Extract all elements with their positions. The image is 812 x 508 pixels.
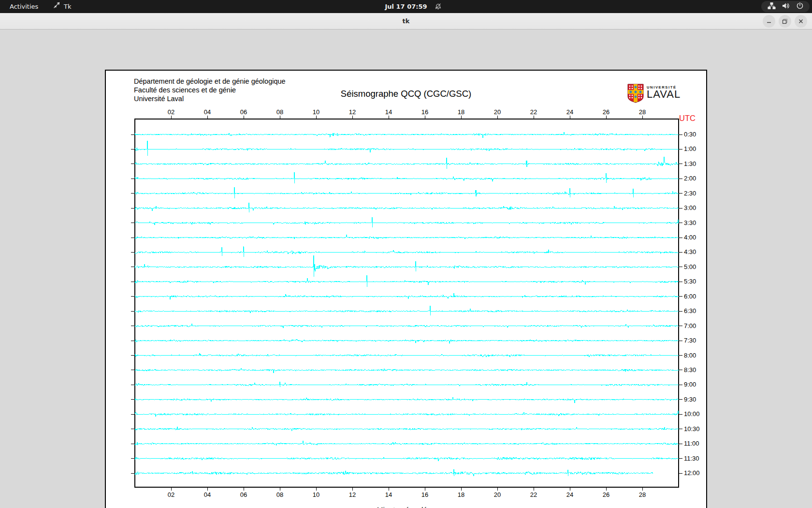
seismic-trace [135,275,679,286]
seismic-trace [135,397,679,403]
x-tick-label-top: 12 [345,108,360,116]
utc-row-label: 2:30 [684,190,696,197]
seismic-trace [135,141,679,155]
utc-row-label: 10:00 [684,410,700,418]
seismic-trace [135,203,679,212]
utc-row-label: 4:30 [684,248,696,255]
utc-row-label: 10:30 [684,425,700,433]
x-tick-label-bottom: 26 [599,491,613,498]
x-tick-label-top: 02 [164,108,178,116]
seismic-trace [135,217,679,227]
clock-button[interactable]: Jul 17 07:59 [0,0,812,13]
x-tick-label-top: 20 [490,108,505,116]
x-tick-label-bottom: 08 [273,491,287,498]
x-tick-label-top: 22 [526,108,541,116]
seismic-trace [135,187,679,198]
seismic-trace [135,172,679,183]
notifications-muted-bell-icon [435,3,442,12]
seismic-trace [135,293,679,299]
x-tick-label-top: 14 [381,108,396,116]
seismic-trace [135,411,679,417]
x-tick-label-bottom: 12 [345,491,360,498]
utc-row-label: 12:00 [684,469,700,477]
utc-row-label: 8:00 [684,352,696,359]
seismograph-canvas: Département de géologie et de génie géol… [105,70,707,508]
utc-row-label: 11:00 [684,440,699,447]
power-icon [796,2,804,11]
utc-row-label: 5:00 [684,263,696,270]
x-tick-label-top: 10 [309,108,323,116]
x-tick-label-top: 28 [635,108,650,116]
seismic-trace [135,353,679,357]
seismic-trace [135,306,679,315]
x-tick-label-top: 08 [273,108,287,116]
utc-row-label: 5:30 [684,278,696,285]
x-tick-label-top: 06 [236,108,251,116]
x-tick-label-bottom: 14 [381,491,396,498]
seismic-trace [135,382,679,387]
utc-row-label: 0:30 [684,131,696,138]
app-window-content: Département de géologie et de génie géol… [0,30,812,508]
x-tick-label-top: 04 [200,108,215,116]
utc-row-label: 1:00 [684,145,696,152]
seismic-trace [135,324,679,328]
x-tick-label-bottom: 20 [490,491,505,498]
desktop: { "top_bar": { "activities": "Activities… [0,0,812,508]
seismic-trace [135,340,679,344]
seismic-trace [135,469,653,476]
x-tick-label-top: 24 [563,108,577,116]
close-button[interactable] [795,15,807,28]
x-tick-label-bottom: 16 [418,491,432,498]
x-tick-label-bottom: 04 [200,491,215,498]
x-tick-label-bottom: 10 [309,491,323,498]
gnome-top-bar: Activities Tk Jul 17 07:59 [0,0,812,13]
seismic-trace [135,441,679,445]
window-title: tk [0,13,812,29]
utc-row-label: 7:00 [684,322,696,329]
utc-row-label: 8:30 [684,366,696,374]
x-tick-label-top: 18 [454,108,468,116]
utc-row-label: 1:30 [684,160,696,167]
maximize-button[interactable] [779,15,791,28]
utc-row-label: 3:00 [684,204,696,211]
utc-row-label: 2:00 [684,175,696,182]
x-tick-label-top: 26 [599,108,613,116]
seismic-trace [135,132,679,138]
system-status-pill[interactable] [761,1,810,12]
x-tick-label-bottom: 18 [454,491,468,498]
utc-row-label: 7:30 [684,337,696,344]
seismic-trace [135,157,679,169]
utc-row-label: 9:00 [684,381,696,388]
network-icon [768,2,776,11]
x-tick-label-top: 16 [418,108,432,116]
seismic-trace [135,427,679,431]
x-tick-label-bottom: 06 [236,491,251,498]
seismic-trace [135,457,679,461]
seismic-trace [135,247,679,257]
volume-icon [782,2,790,11]
seismograph-plot [106,71,706,508]
seismic-trace [135,235,679,239]
x-tick-label-bottom: 28 [635,491,650,498]
window-titlebar[interactable]: tk [0,13,812,30]
utc-row-label: 6:00 [684,293,696,300]
seismic-trace [135,368,679,373]
utc-row-label: 11:30 [684,455,699,462]
utc-row-label: 9:30 [684,396,696,403]
x-tick-label-bottom: 24 [563,491,577,498]
utc-row-label: 4:00 [684,234,696,241]
clock-text: Jul 17 07:59 [385,3,427,10]
minimize-button[interactable] [763,15,775,28]
utc-row-label: 3:30 [684,219,696,226]
x-tick-label-bottom: 22 [526,491,541,498]
utc-row-label: 6:30 [684,307,696,314]
seismic-trace [135,255,679,277]
x-tick-label-bottom: 02 [164,491,178,498]
